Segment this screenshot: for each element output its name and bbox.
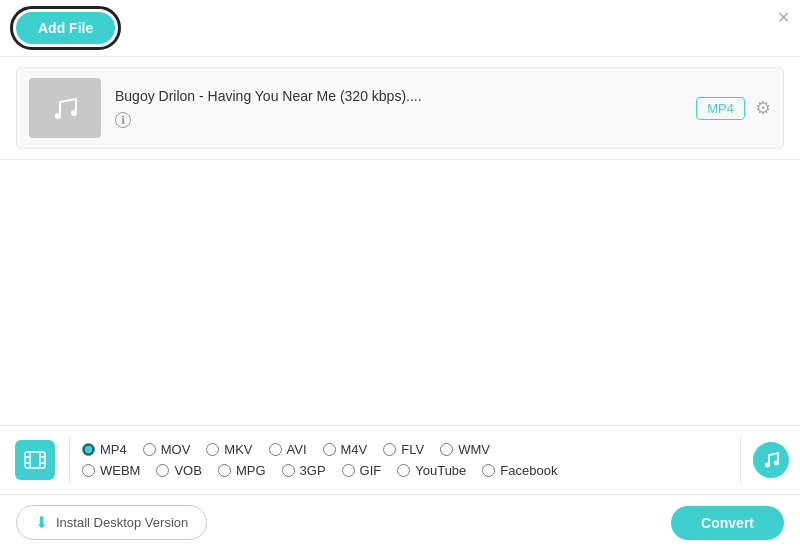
- format-option-3gp[interactable]: 3GP: [282, 463, 326, 478]
- radio-mov[interactable]: [143, 443, 156, 456]
- format-option-m4v[interactable]: M4V: [323, 442, 368, 457]
- music-note-svg: [761, 450, 781, 470]
- file-name: Bugoy Drilon - Having You Near Me (320 k…: [115, 88, 696, 104]
- format-option-vob[interactable]: VOB: [156, 463, 201, 478]
- radio-mp4[interactable]: [82, 443, 95, 456]
- music-note-icon: [753, 442, 789, 478]
- radio-3gp[interactable]: [282, 464, 295, 477]
- format-option-youtube[interactable]: YouTube: [397, 463, 466, 478]
- radio-mkv[interactable]: [206, 443, 219, 456]
- svg-point-10: [774, 461, 779, 466]
- format-row-2: WEBM VOB MPG 3GP GIF: [82, 463, 728, 478]
- format-option-wmv[interactable]: WMV: [440, 442, 490, 457]
- radio-m4v[interactable]: [323, 443, 336, 456]
- file-info: Bugoy Drilon - Having You Near Me (320 k…: [115, 88, 696, 128]
- radio-avi[interactable]: [269, 443, 282, 456]
- svg-point-0: [55, 113, 61, 119]
- format-option-gif[interactable]: GIF: [342, 463, 382, 478]
- file-list: Bugoy Drilon - Having You Near Me (320 k…: [0, 57, 800, 160]
- format-option-flv[interactable]: FLV: [383, 442, 424, 457]
- file-actions: MP4 ⚙: [696, 97, 771, 120]
- close-button[interactable]: ✕: [777, 8, 790, 27]
- top-bar: Add File ✕: [0, 0, 800, 57]
- format-option-facebook[interactable]: Facebook: [482, 463, 557, 478]
- convert-button[interactable]: Convert: [671, 506, 784, 540]
- format-option-mpg[interactable]: MPG: [218, 463, 266, 478]
- radio-gif[interactable]: [342, 464, 355, 477]
- action-bar: ⬇ Install Desktop Version Convert: [0, 494, 800, 550]
- radio-mpg[interactable]: [218, 464, 231, 477]
- main-content: [0, 160, 800, 360]
- format-option-avi[interactable]: AVI: [269, 442, 307, 457]
- install-label: Install Desktop Version: [56, 515, 188, 530]
- film-icon: [15, 440, 55, 480]
- format-icon-area: [0, 436, 70, 484]
- format-options-grid: MP4 MOV MKV AVI M4V: [70, 436, 740, 484]
- svg-point-9: [765, 463, 770, 468]
- film-svg: [24, 449, 46, 471]
- svg-point-1: [71, 110, 77, 116]
- format-option-webm[interactable]: WEBM: [82, 463, 140, 478]
- settings-button[interactable]: ⚙: [755, 97, 771, 119]
- format-badge[interactable]: MP4: [696, 97, 745, 120]
- radio-facebook[interactable]: [482, 464, 495, 477]
- format-selector: MP4 MOV MKV AVI M4V: [0, 425, 800, 494]
- add-file-button[interactable]: Add File: [16, 12, 115, 44]
- svg-rect-2: [25, 452, 45, 468]
- radio-vob[interactable]: [156, 464, 169, 477]
- format-option-mov[interactable]: MOV: [143, 442, 191, 457]
- radio-wmv[interactable]: [440, 443, 453, 456]
- format-option-mkv[interactable]: MKV: [206, 442, 252, 457]
- music-thumb-icon: [47, 90, 83, 126]
- file-item: Bugoy Drilon - Having You Near Me (320 k…: [16, 67, 784, 149]
- install-desktop-button[interactable]: ⬇ Install Desktop Version: [16, 505, 207, 540]
- radio-webm[interactable]: [82, 464, 95, 477]
- music-side-icon-area[interactable]: [740, 436, 800, 484]
- info-icon[interactable]: ℹ: [115, 112, 131, 128]
- radio-youtube[interactable]: [397, 464, 410, 477]
- format-row-1: MP4 MOV MKV AVI M4V: [82, 442, 728, 457]
- file-thumbnail: [29, 78, 101, 138]
- bottom-bar: MP4 MOV MKV AVI M4V: [0, 425, 800, 550]
- format-option-mp4[interactable]: MP4: [82, 442, 127, 457]
- radio-flv[interactable]: [383, 443, 396, 456]
- download-icon: ⬇: [35, 513, 48, 532]
